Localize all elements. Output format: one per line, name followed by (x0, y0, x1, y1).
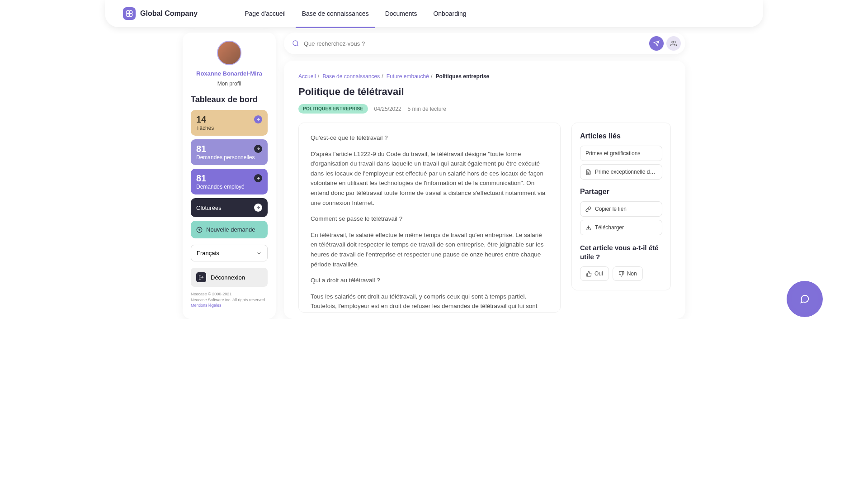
nav-items: Page d'accueil Base de connaissances Doc… (243, 5, 468, 22)
share-title: Partager (580, 188, 662, 196)
feedback-title: Cet article vous a-t-il été utile ? (580, 243, 662, 261)
document-icon (585, 169, 591, 175)
send-icon (653, 40, 660, 47)
footer-line2: Neocase Software inc. All rights reserve… (191, 297, 268, 303)
thumbs-down-icon (618, 271, 624, 277)
logout-button[interactable]: Déconnexion (191, 268, 268, 287)
new-request-button[interactable]: Nouvelle demande (191, 221, 268, 238)
card-tasks-label: Tâches (196, 125, 262, 131)
card-employee-label: Demandes employé (196, 184, 262, 190)
body-p: Tous les salariés ont droit au télétrava… (311, 292, 548, 313)
body-p: Qu'est-ce que le télétravail ? (311, 133, 548, 143)
arrow-right-icon (254, 204, 262, 212)
vote-yes-button[interactable]: Oui (580, 266, 609, 281)
language-select[interactable]: Français (191, 245, 268, 261)
svg-point-5 (293, 41, 298, 46)
card-closed[interactable]: Clôturées (191, 198, 268, 217)
dashboards-title: Tableaux de bord (191, 95, 268, 104)
download-icon (585, 225, 591, 231)
nav-home[interactable]: Page d'accueil (243, 5, 288, 22)
card-tasks-num: 14 (196, 114, 262, 125)
chat-fab[interactable] (787, 281, 823, 317)
footer: Neocase © 2000-2021 Neocase Software inc… (191, 291, 268, 308)
users-icon (670, 40, 677, 47)
sidebar: Roxanne Bonardel-Mira Mon profil Tableau… (183, 33, 276, 319)
related-item[interactable]: Primes et gratifications (580, 146, 662, 161)
article-meta: POLITIQUES ENTREPRISE 04/25/2022 5 min d… (298, 104, 671, 114)
searchbar (284, 33, 685, 54)
main: Accueil/ Base de connaissances/ Future e… (284, 33, 685, 319)
article-card: Accueil/ Base de connaissances/ Future e… (284, 61, 685, 319)
copy-link-button[interactable]: Copier le lien (580, 201, 662, 217)
language-value: Français (197, 250, 219, 256)
search-icon (292, 40, 299, 47)
nav-onboarding[interactable]: Onboarding (431, 5, 468, 22)
brand-icon (123, 7, 136, 20)
link-icon (585, 206, 591, 212)
card-employee-requests[interactable]: 81 Demandes employé (191, 169, 268, 194)
body-p: D'après l'article L1222-9 du Code du tra… (311, 149, 548, 208)
chevron-down-icon (256, 251, 262, 256)
body-p: Qui a droit au télétravail ? (311, 275, 548, 285)
related-item[interactable]: Prime exceptionnelle de p... (580, 164, 662, 180)
new-request-label: Nouvelle demande (206, 226, 255, 233)
card-tasks[interactable]: 14 Tâches (191, 110, 268, 136)
article-date: 04/25/2022 (374, 106, 401, 112)
related-title: Articles liés (580, 132, 662, 140)
footer-legal-link[interactable]: Mentions légales (191, 303, 268, 308)
card-personal-label: Demandes personnelles (196, 154, 262, 161)
vote-no-button[interactable]: Non (613, 266, 643, 281)
aside: Articles liés Primes et gratifications P… (571, 123, 671, 290)
brand-name: Global Company (140, 9, 198, 18)
footer-line1: Neocase © 2000-2021 (191, 291, 268, 297)
card-personal-num: 81 (196, 144, 262, 154)
article-tag: POLITIQUES ENTREPRISE (298, 104, 368, 114)
plus-circle-icon (196, 227, 203, 233)
crumb-home[interactable]: Accueil (298, 73, 316, 80)
username: Roxanne Bonardel-Mira (191, 70, 268, 78)
article-title: Politique de télétravail (298, 86, 671, 98)
brand[interactable]: Global Company (123, 7, 198, 20)
crumb-current: Politiques entreprise (436, 73, 490, 80)
chat-icon (800, 294, 810, 304)
card-closed-label: Clôturées (196, 204, 222, 211)
breadcrumb: Accueil/ Base de connaissances/ Future e… (298, 73, 671, 80)
body-p: En télétravail, le salarié effectue le m… (311, 230, 548, 269)
search-input[interactable] (304, 40, 645, 47)
nav-documents[interactable]: Documents (383, 5, 419, 22)
svg-point-6 (672, 41, 674, 43)
article-readtime: 5 min de lecture (408, 106, 446, 112)
logout-label: Déconnexion (211, 274, 245, 281)
nav-knowledge[interactable]: Base de connaissances (300, 5, 371, 22)
send-button[interactable] (649, 36, 664, 51)
crumb-future[interactable]: Future embauché (387, 73, 429, 80)
avatar[interactable] (217, 41, 241, 65)
logout-icon (196, 272, 206, 282)
crumb-kb[interactable]: Base de connaissances (322, 73, 380, 80)
profile-link[interactable]: Mon profil (191, 81, 268, 87)
profile-section: Roxanne Bonardel-Mira Mon profil (191, 41, 268, 87)
thumbs-up-icon (586, 271, 592, 277)
card-employee-num: 81 (196, 173, 262, 184)
article-body[interactable]: Qu'est-ce que le télétravail ? D'après l… (298, 123, 561, 313)
body-p: Comment se passe le télétravail ? (311, 214, 548, 224)
card-personal-requests[interactable]: 81 Demandes personnelles (191, 139, 268, 165)
download-button[interactable]: Télécharger (580, 220, 662, 235)
users-button[interactable] (666, 36, 681, 51)
top-nav: Global Company Page d'accueil Base de co… (105, 0, 763, 27)
